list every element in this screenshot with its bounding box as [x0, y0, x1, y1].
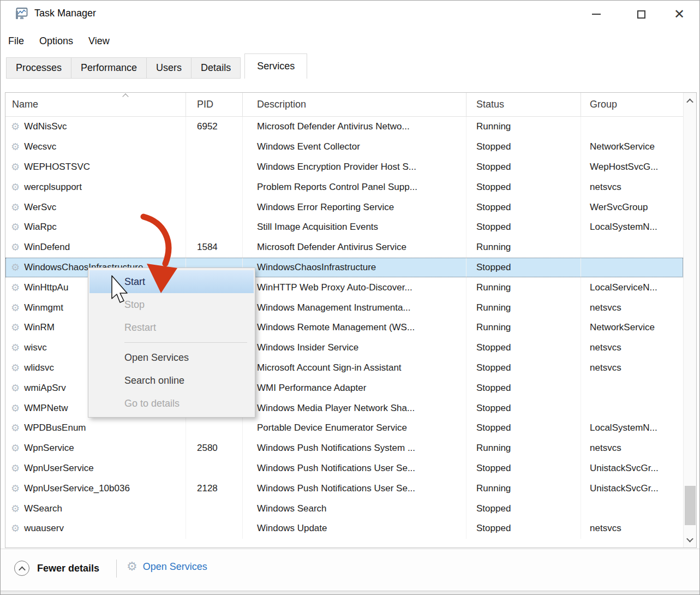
- column-header-group[interactable]: Group: [581, 93, 683, 116]
- cell-group: UnistackSvcGr...: [581, 459, 683, 479]
- cell-pid: [186, 217, 243, 237]
- service-row[interactable]: ⚙WiaRpcStill Image Acquisition EventsSto…: [5, 217, 683, 237]
- cell-name: ⚙WpnUserService: [5, 459, 186, 479]
- service-gear-icon: ⚙: [11, 523, 20, 533]
- cell-status: Running: [466, 318, 581, 338]
- service-name: WEPHOSTSVC: [24, 162, 90, 172]
- service-gear-icon: ⚙: [11, 363, 20, 373]
- service-row[interactable]: ⚙WerSvcWindows Error Reporting ServiceSt…: [5, 197, 683, 217]
- scroll-down-button[interactable]: [684, 531, 696, 548]
- cell-pid: [186, 137, 243, 157]
- service-row[interactable]: ⚙WpnUserService_10b0362128Windows Push N…: [5, 478, 683, 498]
- column-header-status[interactable]: Status: [466, 93, 581, 116]
- context-item-stop: Stop: [89, 293, 254, 316]
- cell-pid: 6952: [186, 117, 243, 137]
- service-gear-icon: ⚙: [11, 343, 20, 353]
- cell-pid: [186, 418, 243, 438]
- open-services-link[interactable]: ⚙ Open Services: [127, 561, 207, 573]
- menu-view[interactable]: View: [85, 33, 113, 49]
- cell-name: ⚙wercplsupport: [5, 177, 186, 197]
- tab-strip: ProcessesPerformanceUsersDetailsServices: [6, 53, 307, 79]
- table-header: NamePIDDescriptionStatusGroup: [5, 93, 683, 117]
- context-item-start[interactable]: Start: [89, 270, 254, 293]
- cell-group: NetworkService: [581, 137, 683, 157]
- service-gear-icon: ⚙: [11, 283, 20, 293]
- cell-name: ⚙WerSvc: [5, 197, 186, 217]
- collapse-circle-icon: [14, 561, 29, 576]
- service-gear-icon: ⚙: [11, 423, 20, 433]
- service-row[interactable]: ⚙WpnUserServiceWindows Push Notification…: [5, 459, 683, 479]
- service-name: wlidsvc: [24, 362, 54, 373]
- service-row[interactable]: ⚙WPDBusEnumPortable Device Enumerator Se…: [5, 418, 683, 438]
- window-frame-edge: [1, 591, 699, 594]
- cell-status: Stopped: [466, 177, 581, 197]
- window-title: Task Manager: [34, 8, 96, 19]
- cell-pid: [186, 519, 243, 539]
- menu-options[interactable]: Options: [36, 33, 76, 49]
- fewer-details-label: Fewer details: [37, 563, 99, 574]
- cell-pid: 1584: [186, 237, 243, 258]
- task-manager-window: Task Manager ✕ FileOptionsView Processes…: [0, 0, 700, 595]
- tab-processes[interactable]: Processes: [6, 57, 71, 79]
- service-name: WSearch: [24, 503, 62, 514]
- service-gear-icon: ⚙: [11, 122, 20, 132]
- service-name: Wecsvc: [24, 141, 56, 152]
- vertical-scrollbar[interactable]: [683, 93, 696, 548]
- cell-group: WepHostSvcG...: [581, 157, 683, 177]
- cell-group: netsvcs: [581, 358, 683, 378]
- cell-desc: Windows Encryption Provider Host S...: [243, 157, 466, 177]
- menu-file[interactable]: File: [5, 33, 27, 49]
- cell-group: netsvcs: [581, 177, 683, 197]
- column-header-name[interactable]: Name: [5, 93, 186, 116]
- service-name: WpnService: [24, 443, 74, 454]
- context-item-open-services[interactable]: Open Services: [89, 346, 254, 369]
- cell-desc: Microsoft Account Sign-in Assistant: [243, 358, 466, 378]
- minimize-button[interactable]: [581, 1, 612, 28]
- cell-pid: [186, 197, 243, 217]
- scrollbar-thumb[interactable]: [685, 486, 696, 525]
- tab-details[interactable]: Details: [192, 57, 241, 79]
- cell-pid: [186, 177, 243, 197]
- service-row[interactable]: ⚙WinDefend1584Microsoft Defender Antivir…: [5, 237, 683, 258]
- column-header-desc[interactable]: Description: [243, 93, 466, 116]
- service-name: wuauserv: [24, 523, 64, 534]
- minimize-icon: [592, 14, 601, 15]
- service-row[interactable]: ⚙WdNisSvc6952Microsoft Defender Antiviru…: [5, 117, 683, 137]
- cell-status: Stopped: [466, 519, 581, 539]
- cell-status: Running: [466, 237, 581, 258]
- fewer-details-button[interactable]: Fewer details: [14, 561, 99, 576]
- service-gear-icon: ⚙: [11, 484, 20, 493]
- cell-pid: [186, 459, 243, 479]
- service-row[interactable]: ⚙WEPHOSTSVCWindows Encryption Provider H…: [5, 157, 683, 177]
- service-row[interactable]: ⚙wercplsupportProblem Reports Control Pa…: [5, 177, 683, 197]
- cell-desc: Windows Remote Management (WS...: [243, 318, 466, 338]
- menu-bar: FileOptionsView: [1, 31, 699, 51]
- service-gear-icon: ⚙: [11, 182, 20, 192]
- cell-name: ⚙WPDBusEnum: [5, 418, 186, 438]
- service-name: WpnUserService: [24, 463, 94, 474]
- service-row[interactable]: ⚙WpnService2580Windows Push Notification…: [5, 438, 683, 459]
- tab-services[interactable]: Services: [244, 53, 307, 79]
- cell-group: NetworkService: [581, 318, 683, 338]
- close-button[interactable]: ✕: [663, 1, 695, 28]
- column-header-pid[interactable]: PID: [186, 93, 243, 116]
- service-gear-icon: ⚙: [11, 323, 20, 332]
- scroll-up-button[interactable]: [684, 93, 696, 109]
- cell-name: ⚙WiaRpc: [5, 217, 186, 237]
- chevron-up-icon: [686, 98, 693, 105]
- maximize-icon: [637, 10, 645, 19]
- service-row[interactable]: ⚙WSearchWindows SearchStopped: [5, 498, 683, 519]
- service-gear-icon: ⚙: [11, 463, 20, 473]
- tab-users[interactable]: Users: [147, 57, 192, 79]
- context-menu: StartStopRestartOpen ServicesSearch onli…: [88, 267, 255, 418]
- service-row[interactable]: ⚙WecsvcWindows Event CollectorStoppedNet…: [5, 137, 683, 157]
- maximize-button[interactable]: [625, 1, 657, 28]
- service-row[interactable]: ⚙wuauservWindows UpdateStoppednetsvcs: [5, 519, 683, 539]
- service-name: WpnUserService_10b036: [24, 483, 130, 494]
- cell-pid: 2128: [186, 478, 243, 498]
- context-item-search-online[interactable]: Search online: [89, 369, 254, 392]
- chevron-down-icon: [686, 535, 693, 542]
- tab-performance[interactable]: Performance: [71, 57, 147, 79]
- menu-separator: [124, 342, 247, 343]
- cell-pid: [186, 157, 243, 177]
